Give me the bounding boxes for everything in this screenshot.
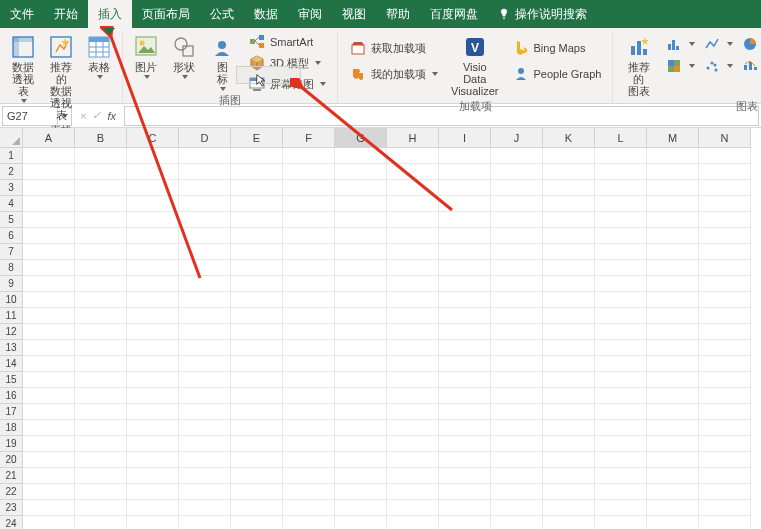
- cell[interactable]: [75, 436, 127, 452]
- cell[interactable]: [283, 212, 335, 228]
- cell[interactable]: [387, 500, 439, 516]
- cell[interactable]: [75, 516, 127, 529]
- cell[interactable]: [439, 468, 491, 484]
- cell[interactable]: [387, 388, 439, 404]
- cell[interactable]: [231, 164, 283, 180]
- cell[interactable]: [595, 308, 647, 324]
- cell[interactable]: [231, 324, 283, 340]
- cell[interactable]: [231, 292, 283, 308]
- cell[interactable]: [179, 164, 231, 180]
- row-header[interactable]: 23: [0, 500, 23, 516]
- cell[interactable]: [595, 292, 647, 308]
- icons-button[interactable]: 图 标: [205, 32, 239, 94]
- cell[interactable]: [75, 420, 127, 436]
- cell[interactable]: [647, 212, 699, 228]
- cell[interactable]: [23, 436, 75, 452]
- cell[interactable]: [647, 180, 699, 196]
- cell[interactable]: [595, 468, 647, 484]
- cell[interactable]: [543, 260, 595, 276]
- cell[interactable]: [75, 148, 127, 164]
- cell[interactable]: [335, 436, 387, 452]
- cell[interactable]: [647, 324, 699, 340]
- tab-baidu[interactable]: 百度网盘: [420, 0, 488, 28]
- cell[interactable]: [543, 468, 595, 484]
- cell[interactable]: [699, 292, 751, 308]
- cell[interactable]: [75, 452, 127, 468]
- column-header[interactable]: M: [647, 128, 699, 148]
- cell[interactable]: [179, 436, 231, 452]
- cell[interactable]: [231, 244, 283, 260]
- cell[interactable]: [543, 228, 595, 244]
- cell[interactable]: [23, 484, 75, 500]
- cell[interactable]: [127, 468, 179, 484]
- column-header[interactable]: K: [543, 128, 595, 148]
- cell[interactable]: [699, 148, 751, 164]
- cell[interactable]: [335, 324, 387, 340]
- cell[interactable]: [283, 468, 335, 484]
- cell[interactable]: [439, 292, 491, 308]
- cell[interactable]: [23, 388, 75, 404]
- cell[interactable]: [179, 260, 231, 276]
- cell[interactable]: [647, 308, 699, 324]
- pie-chart-button[interactable]: [738, 34, 761, 54]
- cell[interactable]: [491, 276, 543, 292]
- cell[interactable]: [179, 388, 231, 404]
- row-header[interactable]: 8: [0, 260, 23, 276]
- cell[interactable]: [75, 276, 127, 292]
- cell[interactable]: [127, 500, 179, 516]
- cell[interactable]: [127, 228, 179, 244]
- cell[interactable]: [231, 484, 283, 500]
- cell[interactable]: [699, 468, 751, 484]
- column-header[interactable]: J: [491, 128, 543, 148]
- cell[interactable]: [283, 276, 335, 292]
- cell[interactable]: [283, 516, 335, 529]
- cell[interactable]: [647, 452, 699, 468]
- cell[interactable]: [387, 244, 439, 260]
- tab-file[interactable]: 文件: [0, 0, 44, 28]
- cell[interactable]: [75, 388, 127, 404]
- cell[interactable]: [75, 372, 127, 388]
- tab-data[interactable]: 数据: [244, 0, 288, 28]
- column-header[interactable]: I: [439, 128, 491, 148]
- cell[interactable]: [491, 436, 543, 452]
- cell[interactable]: [387, 420, 439, 436]
- cell[interactable]: [127, 276, 179, 292]
- cell[interactable]: [647, 436, 699, 452]
- cell[interactable]: [179, 148, 231, 164]
- cell[interactable]: [283, 372, 335, 388]
- cell[interactable]: [335, 196, 387, 212]
- cell[interactable]: [543, 484, 595, 500]
- my-addins-button[interactable]: 我的加载项: [344, 64, 443, 84]
- tab-review[interactable]: 审阅: [288, 0, 332, 28]
- cell[interactable]: [283, 484, 335, 500]
- cell[interactable]: [179, 292, 231, 308]
- cell[interactable]: [231, 388, 283, 404]
- cell[interactable]: [335, 308, 387, 324]
- cell[interactable]: [543, 324, 595, 340]
- column-header[interactable]: B: [75, 128, 127, 148]
- 3dmodel-button[interactable]: 3D 模型: [243, 53, 331, 73]
- cell[interactable]: [647, 148, 699, 164]
- cell[interactable]: [179, 340, 231, 356]
- row-header[interactable]: 13: [0, 340, 23, 356]
- column-header[interactable]: G: [335, 128, 387, 148]
- cell[interactable]: [491, 452, 543, 468]
- cell[interactable]: [647, 276, 699, 292]
- cell[interactable]: [387, 372, 439, 388]
- cell[interactable]: [23, 164, 75, 180]
- cell[interactable]: [231, 276, 283, 292]
- cell[interactable]: [179, 500, 231, 516]
- bar-chart-button[interactable]: [662, 34, 698, 54]
- cell[interactable]: [699, 180, 751, 196]
- cell[interactable]: [179, 468, 231, 484]
- cell[interactable]: [387, 436, 439, 452]
- tab-insert[interactable]: 插入: [88, 0, 132, 28]
- cell[interactable]: [335, 356, 387, 372]
- cell[interactable]: [647, 356, 699, 372]
- cell[interactable]: [75, 196, 127, 212]
- cell[interactable]: [231, 500, 283, 516]
- cell[interactable]: [491, 340, 543, 356]
- cell[interactable]: [387, 276, 439, 292]
- cell[interactable]: [179, 180, 231, 196]
- cell[interactable]: [595, 388, 647, 404]
